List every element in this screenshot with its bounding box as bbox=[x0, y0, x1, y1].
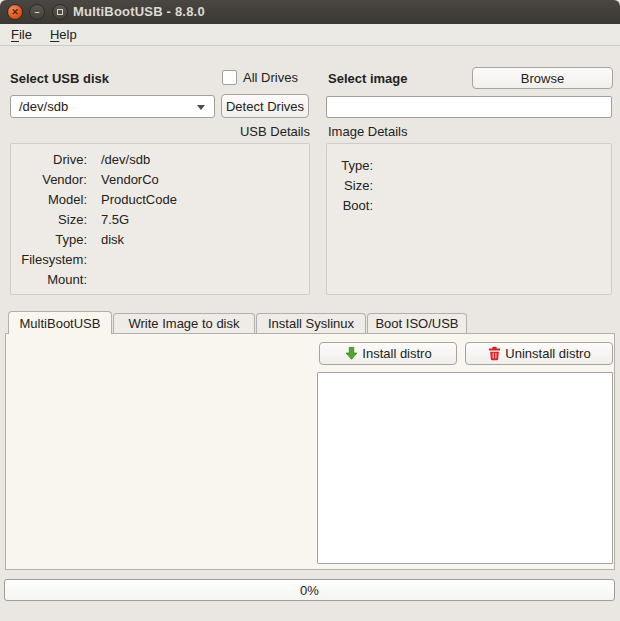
tabbar: MultiBootUSB Write Image to disk Install… bbox=[8, 311, 468, 333]
select-usb-disk-label: Select USB disk bbox=[10, 71, 109, 86]
vendor-value: VendorCo bbox=[101, 170, 159, 190]
window-title: MultiBootUSB - 8.8.0 bbox=[73, 0, 205, 24]
multibootusb-tab-pane: Install distro Uninstall distro bbox=[5, 333, 615, 570]
tab-install-syslinux-label: Install Syslinux bbox=[268, 316, 354, 331]
usb-detail-row-drive: Drive: /dev/sdb bbox=[11, 150, 309, 170]
usb-disk-combobox[interactable]: /dev/sdb bbox=[10, 95, 215, 118]
drive-value: /dev/sdb bbox=[101, 150, 150, 170]
image-detail-row-type: Type: bbox=[327, 156, 611, 176]
all-drives-label: All Drives bbox=[243, 70, 298, 85]
vendor-label: Vendor: bbox=[11, 170, 87, 190]
maximize-button[interactable] bbox=[52, 4, 68, 20]
tab-boot-iso-usb[interactable]: Boot ISO/USB bbox=[367, 313, 467, 333]
tab-write-image-to-disk[interactable]: Write Image to disk bbox=[113, 313, 255, 333]
minimize-button[interactable]: – bbox=[29, 4, 45, 20]
type-label: Type: bbox=[11, 230, 87, 250]
browse-button[interactable]: Browse bbox=[472, 67, 613, 89]
size-value: 7.5G bbox=[101, 210, 129, 230]
drive-label: Drive: bbox=[11, 150, 87, 170]
minimize-icon: – bbox=[34, 8, 39, 17]
chevron-down-icon bbox=[197, 105, 205, 110]
red-trash-icon bbox=[487, 346, 502, 361]
image-path-input[interactable] bbox=[326, 96, 612, 118]
close-icon: ✕ bbox=[11, 8, 19, 17]
menubar: File Help bbox=[0, 24, 620, 46]
usb-detail-row-filesystem: Filesystem: bbox=[11, 250, 309, 270]
image-boot-label: Boot: bbox=[327, 196, 373, 216]
image-type-label: Type: bbox=[327, 156, 373, 176]
tab-multibootusb-label: MultiBootUSB bbox=[20, 316, 101, 331]
image-details-heading: Image Details bbox=[328, 124, 407, 139]
install-distro-button[interactable]: Install distro bbox=[319, 342, 457, 365]
browse-button-label: Browse bbox=[521, 71, 564, 86]
menu-help[interactable]: Help bbox=[41, 25, 86, 44]
filesystem-label: Filesystem: bbox=[11, 250, 87, 270]
maximize-icon bbox=[57, 9, 63, 15]
usb-details-heading: USB Details bbox=[160, 124, 310, 139]
tab-multibootusb[interactable]: MultiBootUSB bbox=[8, 311, 112, 334]
menu-help-mnemonic: H bbox=[50, 27, 59, 42]
uninstall-distro-label: Uninstall distro bbox=[505, 346, 590, 361]
detect-drives-button[interactable]: Detect Drives bbox=[221, 94, 309, 118]
install-distro-label: Install distro bbox=[362, 346, 431, 361]
multibootusb-window: ✕ – MultiBootUSB - 8.8.0 File Help Selec… bbox=[0, 0, 620, 621]
menu-help-rest: elp bbox=[59, 27, 76, 42]
checkbox-icon bbox=[222, 70, 237, 85]
image-details-panel: Type: Size: Boot: bbox=[326, 143, 612, 295]
size-label: Size: bbox=[11, 210, 87, 230]
menu-file[interactable]: File bbox=[2, 25, 41, 44]
close-button[interactable]: ✕ bbox=[7, 4, 23, 20]
usb-details-panel: Drive: /dev/sdb Vendor: VendorCo Model: … bbox=[10, 143, 310, 295]
type-value: disk bbox=[101, 230, 124, 250]
all-drives-checkbox[interactable]: All Drives bbox=[222, 70, 298, 85]
progress-value: 0% bbox=[300, 583, 319, 598]
detect-drives-label: Detect Drives bbox=[226, 99, 304, 114]
distro-list[interactable] bbox=[317, 372, 613, 564]
green-down-arrow-icon bbox=[344, 346, 359, 361]
usb-detail-row-mount: Mount: bbox=[11, 270, 309, 290]
mount-label: Mount: bbox=[11, 270, 87, 290]
tab-install-syslinux[interactable]: Install Syslinux bbox=[256, 313, 366, 333]
tab-boot-iso-usb-label: Boot ISO/USB bbox=[375, 316, 458, 331]
image-size-label: Size: bbox=[327, 176, 373, 196]
model-value: ProductCode bbox=[101, 190, 177, 210]
image-detail-row-size: Size: bbox=[327, 176, 611, 196]
tab-write-image-label: Write Image to disk bbox=[128, 316, 239, 331]
usb-detail-row-vendor: Vendor: VendorCo bbox=[11, 170, 309, 190]
usb-detail-row-size: Size: 7.5G bbox=[11, 210, 309, 230]
select-image-label: Select image bbox=[328, 71, 408, 86]
usb-detail-row-model: Model: ProductCode bbox=[11, 190, 309, 210]
model-label: Model: bbox=[11, 190, 87, 210]
progress-bar: 0% bbox=[4, 579, 615, 601]
usb-detail-row-type: Type: disk bbox=[11, 230, 309, 250]
uninstall-distro-button[interactable]: Uninstall distro bbox=[465, 342, 613, 365]
titlebar: ✕ – MultiBootUSB - 8.8.0 bbox=[0, 0, 620, 24]
menu-file-mnemonic: F bbox=[11, 27, 19, 42]
menu-file-rest: ile bbox=[19, 27, 32, 42]
image-detail-row-boot: Boot: bbox=[327, 196, 611, 216]
usb-disk-combobox-value: /dev/sdb bbox=[19, 99, 68, 114]
